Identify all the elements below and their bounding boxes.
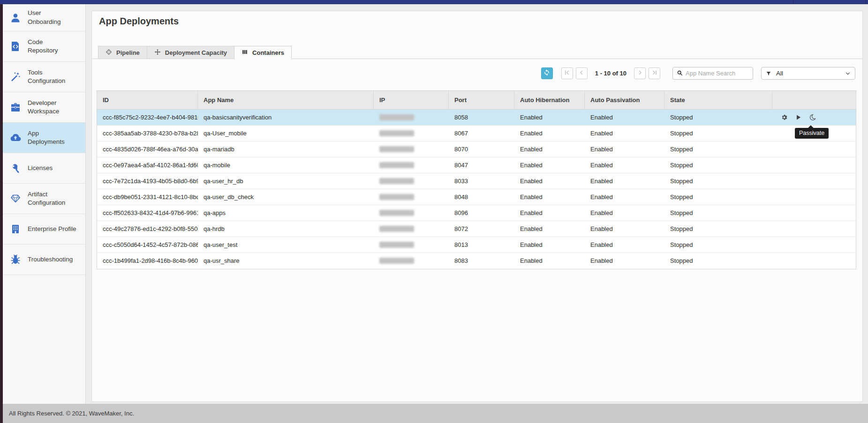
cell-app-name: qa-mariadb xyxy=(198,141,374,157)
cell-state: Stopped xyxy=(664,253,772,269)
tab-bar: Pipeline Deployment Capacity Containers xyxy=(92,46,862,59)
tooltip-passivate: Passivate xyxy=(795,128,829,139)
cell-ip xyxy=(374,126,449,141)
cell-ip xyxy=(374,189,449,205)
table-row[interactable]: ccc-49c27876-ed1c-4292-b0f8-550588…qa-hr… xyxy=(97,221,856,237)
tab-deployment-capacity[interactable]: Deployment Capacity xyxy=(147,46,234,59)
table-row[interactable]: ccc-7e72c1da-4193-4b05-b8d0-6b9c54…qa-us… xyxy=(97,173,856,189)
settings-icon[interactable] xyxy=(781,114,788,121)
refresh-button[interactable] xyxy=(541,67,553,79)
cell-state: Stopped xyxy=(664,141,772,157)
cell-auto-hibernation: Enabled xyxy=(514,221,585,237)
sidebar-item-tools-configuration[interactable]: Tools Configuration xyxy=(3,62,85,92)
tab-pipeline[interactable]: Pipeline xyxy=(98,46,147,59)
sidebar-item-label: Tools Configuration xyxy=(28,68,65,85)
sidebar-item-label: Code Repository xyxy=(28,38,58,55)
tab-containers[interactable]: Containers xyxy=(234,46,292,59)
pipeline-icon xyxy=(106,49,112,57)
table-row[interactable]: ccc-4835d026-788f-46ea-a76d-30aac3…qa-ma… xyxy=(97,141,856,157)
cell-auto-hibernation: Enabled xyxy=(514,110,585,125)
sidebar-item-artifact-configuration[interactable]: Artifact Configuration xyxy=(3,184,85,214)
sidebar-item-label: Developer Workspace xyxy=(28,99,59,116)
table-row[interactable]: ccc-1b499fa1-2d98-416b-8c4b-960e68…qa-us… xyxy=(97,253,856,269)
cell-id: ccc-f85c75c2-9232-4ee7-b404-9810a8… xyxy=(97,110,198,125)
cell-port: 8072 xyxy=(449,221,514,237)
bug-icon xyxy=(9,253,22,266)
cell-auto-passivation: Enabled xyxy=(585,141,664,157)
cell-state: Stopped xyxy=(664,110,772,125)
next-page-button[interactable] xyxy=(634,67,646,79)
ip-redacted-value xyxy=(379,114,414,120)
prev-page-button[interactable] xyxy=(576,67,588,79)
sidebar-item-licenses[interactable]: Licenses xyxy=(3,153,85,184)
footer-text: All Rights Reserved. © 2021, WaveMaker, … xyxy=(9,410,134,417)
cell-id: ccc-1b499fa1-2d98-416b-8c4b-960e68… xyxy=(97,253,198,269)
cell-port: 8070 xyxy=(449,141,514,157)
code-file-icon xyxy=(9,40,22,52)
cell-port: 8047 xyxy=(449,157,514,173)
cell-port: 8048 xyxy=(449,189,514,205)
filter-dropdown[interactable]: All xyxy=(761,67,855,80)
search-input[interactable] xyxy=(686,70,747,77)
sidebar-item-troubleshooting[interactable]: Troubleshooting xyxy=(3,245,85,275)
ip-redacted-value xyxy=(379,210,414,216)
ip-redacted-value xyxy=(379,194,414,200)
sidebar-item-label: Licenses xyxy=(28,164,53,172)
ip-redacted-value xyxy=(379,258,414,264)
app-name-search-box xyxy=(672,67,753,80)
chevron-down-icon xyxy=(845,71,851,76)
search-icon xyxy=(677,69,683,78)
cell-auto-hibernation: Enabled xyxy=(514,205,585,221)
cell-auto-passivation: Enabled xyxy=(585,253,664,269)
last-page-button[interactable] xyxy=(649,67,660,79)
passivate-icon[interactable] xyxy=(809,114,816,121)
cell-ip xyxy=(374,110,449,125)
sidebar-item-enterprise-profile[interactable]: Enterprise Profile xyxy=(3,214,85,245)
first-page-icon xyxy=(564,69,570,78)
first-page-button[interactable] xyxy=(561,67,573,79)
start-icon[interactable] xyxy=(795,114,802,121)
sidebar-item-user-onboarding[interactable]: User Onboarding xyxy=(3,4,85,31)
pager: 1 - 10 of 10 xyxy=(559,67,660,79)
table-row[interactable]: ccc-ff502633-8432-41d4-97b6-996156…qa-ap… xyxy=(97,205,856,221)
sidebar-item-developer-workspace[interactable]: Developer Workspace xyxy=(3,92,85,123)
ip-redacted-value xyxy=(379,146,414,152)
cell-app-name: qa-apps xyxy=(198,205,374,221)
cell-actions xyxy=(772,110,857,125)
cell-state: Stopped xyxy=(664,173,772,189)
tab-label: Deployment Capacity xyxy=(165,49,227,56)
cell-id: ccc-385aa5ab-3788-4230-b78a-b2841c… xyxy=(97,126,198,141)
cell-state: Stopped xyxy=(664,157,772,173)
sidebar-item-app-deployments[interactable]: App Deployments xyxy=(3,123,85,153)
top-navbar xyxy=(0,0,868,4)
column-header-app-name: App Name xyxy=(198,91,374,109)
cell-port: 8058 xyxy=(449,110,514,125)
cell-actions xyxy=(772,157,857,173)
cell-app-name: qa-User_mobile xyxy=(198,126,374,141)
table-row[interactable]: ccc-0e97aea4-a5af-4102-86a1-fd60e16…qa-m… xyxy=(97,157,856,173)
column-header-auto-passivation: Auto Passivation xyxy=(585,91,664,109)
cell-actions xyxy=(772,221,857,237)
cell-ip xyxy=(374,237,449,252)
cell-id: ccc-7e72c1da-4193-4b05-b8d0-6b9c54… xyxy=(97,173,198,189)
cell-ip xyxy=(374,157,449,173)
cell-auto-passivation: Enabled xyxy=(585,173,664,189)
cell-app-name: qa-hrdb xyxy=(198,221,374,237)
table-row[interactable]: ccc-db9be051-2331-4121-8c10-8bd277…qa-us… xyxy=(97,189,856,205)
sidebar-item-code-repository[interactable]: Code Repository xyxy=(3,31,85,62)
sidebar-item-label: Enterprise Profile xyxy=(28,225,76,233)
tab-label: Pipeline xyxy=(116,49,140,56)
cell-actions xyxy=(772,141,857,157)
cell-port: 8083 xyxy=(449,253,514,269)
table-row[interactable]: ccc-c5050d64-1452-4c57-872b-086322…qa-us… xyxy=(97,237,856,253)
sidebar-item-label: User Onboarding xyxy=(28,9,61,26)
cell-port: 8033 xyxy=(449,173,514,189)
column-header-port: Port xyxy=(449,91,514,109)
table-row[interactable]: ccc-385aa5ab-3788-4230-b78a-b2841c…qa-Us… xyxy=(97,126,856,141)
cell-app-name: qa-usr_share xyxy=(198,253,374,269)
briefcase-icon xyxy=(9,101,22,113)
cell-ip xyxy=(374,253,449,269)
sidebar-item-label: Troubleshooting xyxy=(28,255,73,264)
table-row[interactable]: ccc-f85c75c2-9232-4ee7-b404-9810a8…qa-ba… xyxy=(97,110,856,126)
columns-icon xyxy=(242,49,248,57)
